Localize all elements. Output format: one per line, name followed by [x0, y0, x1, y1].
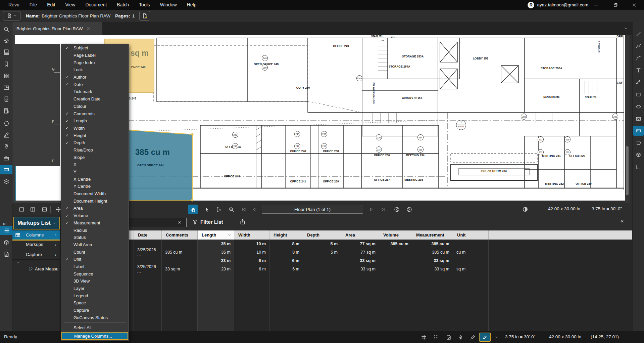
layers-icon[interactable]: [0, 177, 12, 186]
tree-expander-icon[interactable]: [16, 261, 20, 265]
tab-document[interactable]: Brighter Graphics Floor Plan RAW: [12, 22, 102, 35]
search-icon[interactable]: [0, 25, 12, 34]
table-empty-row[interactable]: [61, 307, 632, 315]
menu-item-unit[interactable]: ✓Unit: [61, 256, 129, 263]
menu-item-select-all[interactable]: Select All: [61, 324, 129, 331]
menu-item-creation-date[interactable]: Creation Date: [61, 95, 129, 103]
collapse-panel-icon[interactable]: «: [621, 218, 624, 224]
menu-batch[interactable]: Batch: [112, 0, 134, 10]
snap-markup-icon[interactable]: [444, 333, 453, 341]
menu-item-tick-mark[interactable]: Tick mark: [61, 88, 129, 95]
menu-item-space[interactable]: Space: [61, 299, 129, 307]
menu-item-width[interactable]: ✓Width: [61, 125, 129, 132]
area-tool-icon[interactable]: [633, 138, 644, 148]
menu-item-depth[interactable]: ✓Depth: [61, 139, 129, 146]
menu-item-y[interactable]: Y: [61, 168, 129, 176]
menu-item-date[interactable]: ✓Date: [61, 81, 129, 88]
pan-tool-button[interactable]: [188, 205, 198, 214]
menu-item-legend[interactable]: Legend: [61, 292, 129, 299]
tool-chest-icon[interactable]: [0, 71, 12, 81]
table-empty-row[interactable]: [61, 273, 632, 282]
menu-item-area[interactable]: ✓Area: [61, 205, 129, 212]
restore-button[interactable]: [608, 0, 623, 10]
file-access-icon[interactable]: [0, 94, 12, 104]
yellow-markup-label[interactable]: sq m: [131, 49, 149, 58]
next-view-button[interactable]: [404, 205, 414, 214]
menu-item-status[interactable]: Status: [61, 234, 129, 241]
spaces-icon[interactable]: [0, 83, 12, 92]
column-header-depth[interactable]: Depth: [303, 230, 341, 240]
previous-view-button[interactable]: [392, 205, 401, 214]
menu-item-layer[interactable]: Layer: [61, 285, 129, 292]
thumbnails-icon[interactable]: [0, 47, 12, 57]
menu-revu[interactable]: Revu: [3, 0, 24, 10]
account-area[interactable]: R ayaz.taimoor@gmail.com: [528, 0, 588, 10]
menu-item-rise-drop[interactable]: Rise/Drop: [61, 146, 129, 154]
last-page-button[interactable]: [379, 205, 388, 214]
places-icon[interactable]: [0, 142, 12, 151]
table-empty-row[interactable]: [61, 282, 632, 290]
menu-item-height[interactable]: ✓Height: [61, 132, 129, 139]
menu-tools[interactable]: Tools: [134, 0, 155, 10]
menu-item-capture[interactable]: Capture: [61, 307, 129, 314]
clear-search-icon[interactable]: [178, 220, 182, 225]
contrast-icon[interactable]: [521, 205, 530, 214]
volume-tool-icon[interactable]: [633, 150, 644, 160]
table-row[interactable]: 3/25/2026 ...33 sq m23 m6 m6 m33 sq m33 …: [61, 265, 632, 273]
pen-flash-icon[interactable]: [468, 333, 477, 341]
markups-list-icon[interactable]: [0, 226, 12, 235]
menu-item-label[interactable]: Label: [61, 263, 129, 270]
dimension-tool-icon[interactable]: [633, 77, 644, 87]
3d-model-icon[interactable]: [0, 238, 12, 247]
menu-view[interactable]: View: [60, 0, 80, 10]
menu-item-y-centre[interactable]: Y Centre: [61, 183, 129, 190]
menu-file[interactable]: File: [24, 0, 42, 10]
column-header-comments[interactable]: Comments: [162, 230, 198, 240]
select-text-button[interactable]: A: [214, 205, 224, 214]
document-menu-button[interactable]: [3, 11, 20, 20]
menu-item-document-height[interactable]: Document Height: [61, 197, 129, 205]
table-row[interactable]: 3/25/2026 ...385 cu m35 m10 m8 m5 m77 sq…: [61, 248, 632, 256]
pen-nib-icon[interactable]: [456, 333, 465, 341]
table-empty-row[interactable]: [61, 315, 632, 324]
next-page-button[interactable]: [366, 205, 376, 214]
menu-item-lock[interactable]: Lock: [61, 66, 129, 74]
select-tool-button[interactable]: [202, 205, 211, 214]
filter-list-button[interactable]: Filter List: [200, 219, 223, 225]
line-tool-icon[interactable]: [633, 29, 644, 39]
table-empty-row[interactable]: [61, 298, 632, 307]
menu-item-length[interactable]: ✓Length: [61, 117, 129, 125]
menu-item-3d-view[interactable]: 3D View: [61, 277, 129, 285]
tab-close-icon[interactable]: [87, 27, 90, 31]
menu-item-x-centre[interactable]: X Centre: [61, 175, 129, 183]
studio-icon[interactable]: [0, 119, 12, 128]
column-header-volume[interactable]: Volume: [379, 230, 412, 240]
polyline-tool-icon[interactable]: [633, 41, 644, 51]
markup-summary-icon[interactable]: [0, 106, 12, 116]
ellipse-tool-icon[interactable]: [633, 101, 644, 112]
tool-chevron-icon[interactable]: [492, 333, 501, 341]
menu-item-wall-area[interactable]: Wall Area: [61, 241, 129, 249]
menu-window[interactable]: Window: [155, 0, 182, 10]
markup-pen-icon[interactable]: [0, 130, 12, 139]
text-tool-icon[interactable]: [633, 65, 644, 75]
column-header-unit[interactable]: Unit: [453, 230, 489, 240]
measure-tool-icon[interactable]: [633, 126, 644, 136]
export-icon[interactable]: [240, 219, 246, 225]
toolbox-icon[interactable]: [0, 154, 12, 163]
tab-list-chevron-icon[interactable]: [624, 26, 628, 31]
split-vertical-icon[interactable]: [28, 205, 37, 214]
grid-icon[interactable]: [419, 333, 428, 341]
settings-icon[interactable]: [0, 36, 12, 45]
column-header-height[interactable]: Height: [269, 230, 303, 240]
split-horizontal-icon[interactable]: [40, 205, 49, 214]
single-page-view-icon[interactable]: [17, 205, 26, 214]
table-subtotal-row[interactable]: 23 m6 m6 m33 sq m33 sq m: [61, 256, 632, 265]
rectangle-tool-icon[interactable]: [633, 89, 644, 99]
column-header-length[interactable]: Length: [198, 230, 234, 240]
menu-item-manage-columns[interactable]: Manage Columns...: [61, 332, 128, 340]
snap-grid-icon[interactable]: [432, 333, 441, 341]
javascript-icon[interactable]: JS: [0, 250, 12, 259]
measurements-icon[interactable]: [0, 165, 12, 174]
column-header-date[interactable]: Date: [134, 230, 162, 240]
